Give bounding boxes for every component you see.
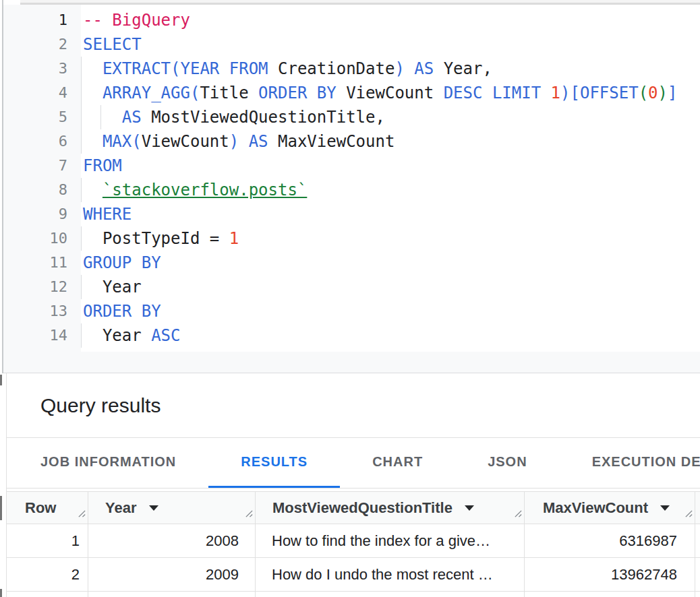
cell-max-view-count: 13962748 bbox=[525, 558, 695, 592]
code-token: Year bbox=[83, 278, 142, 296]
code-line[interactable]: 13ORDER BY bbox=[3, 299, 700, 323]
code-line[interactable]: 8 `stackoverflow.posts` bbox=[3, 178, 700, 202]
code-line[interactable]: 9WHERE bbox=[3, 202, 700, 226]
code-line[interactable]: 3 EXTRACT(YEAR FROM CreationDate) AS Yea… bbox=[3, 57, 700, 81]
code-line[interactable]: 12 Year bbox=[3, 275, 700, 299]
code-token bbox=[83, 108, 122, 127]
code-text: WHERE bbox=[81, 202, 132, 226]
code-token: ViewCount bbox=[346, 84, 444, 102]
code-text: `stackoverflow.posts` bbox=[81, 178, 307, 202]
column-resize-grip-icon[interactable] bbox=[684, 505, 693, 522]
column-header-inner: MostViewedQuestionTitle bbox=[256, 499, 523, 517]
scrollbar-thumb[interactable] bbox=[0, 496, 2, 520]
tab-chart[interactable]: CHART bbox=[340, 438, 455, 488]
tab-execution-details[interactable]: EXECUTION DETAILS bbox=[560, 438, 700, 488]
code-token: CreationDate bbox=[278, 59, 395, 78]
column-resize-grip-icon[interactable] bbox=[245, 505, 254, 522]
code-token bbox=[83, 132, 103, 151]
cell-filler bbox=[695, 524, 700, 558]
code-line[interactable]: 5 AS MostViewedQuestionTitle, bbox=[3, 105, 700, 129]
code-lines: 1-- BigQuery2SELECT3 EXTRACT(YEAR FROM C… bbox=[3, 8, 700, 348]
indent-guide bbox=[81, 178, 82, 202]
code-token: ViewCount bbox=[142, 132, 229, 151]
line-number: 12 bbox=[3, 275, 81, 299]
code-line[interactable]: 1-- BigQuery bbox=[3, 8, 700, 32]
code-token: ARRAY_AGG( bbox=[103, 84, 200, 102]
code-text: ARRAY_AGG(Title ORDER BY ViewCount DESC … bbox=[81, 81, 677, 105]
code-token: AS bbox=[122, 108, 151, 127]
tab-job-information[interactable]: JOB INFORMATION bbox=[8, 438, 208, 488]
line-number: 8 bbox=[3, 178, 81, 202]
cell-filler bbox=[695, 592, 700, 597]
column-header-label: Year bbox=[105, 499, 137, 517]
results-tabs: JOB INFORMATIONRESULTSCHARTJSONEXECUTION… bbox=[7, 438, 700, 488]
line-number: 3 bbox=[3, 57, 81, 81]
code-line[interactable]: 2SELECT bbox=[3, 32, 700, 57]
column-header-label: MostViewedQuestionTitle bbox=[272, 499, 453, 517]
scrollbar-thumb[interactable] bbox=[0, 375, 2, 385]
code-line[interactable]: 11GROUP BY bbox=[3, 251, 700, 275]
code-token: -- BigQuery bbox=[83, 11, 190, 30]
line-number: 2 bbox=[3, 32, 81, 57]
column-header-filler[interactable] bbox=[695, 492, 700, 524]
cell-row-number: 2 bbox=[7, 558, 88, 592]
code-line[interactable]: 10 PostTypeId = 1 bbox=[3, 226, 700, 251]
column-header-year[interactable]: Year bbox=[88, 492, 256, 524]
code-text: FROM bbox=[81, 154, 122, 178]
column-header-inner: Row bbox=[7, 499, 87, 517]
code-token: ASC bbox=[151, 326, 180, 345]
query-results-title: Query results bbox=[40, 394, 161, 417]
code-text: PostTypeId = 1 bbox=[81, 226, 239, 251]
editor-bottom-filler bbox=[3, 352, 700, 373]
code-token bbox=[83, 84, 103, 102]
cell-filler bbox=[695, 558, 700, 592]
sql-editor[interactable]: 1-- BigQuery2SELECT3 EXTRACT(YEAR FROM C… bbox=[3, 5, 700, 352]
scrollbar-thumb[interactable] bbox=[0, 589, 2, 597]
code-line[interactable]: 14 Year ASC bbox=[3, 323, 700, 348]
line-number: 13 bbox=[3, 299, 81, 323]
results-tabbar: JOB INFORMATIONRESULTSCHARTJSONEXECUTION… bbox=[7, 438, 700, 489]
code-token: Title bbox=[200, 84, 258, 102]
code-text: GROUP BY bbox=[81, 251, 161, 275]
indent-guide bbox=[81, 323, 82, 348]
code-text: EXTRACT(YEAR FROM CreationDate) AS Year, bbox=[81, 57, 492, 81]
code-token: FROM bbox=[83, 156, 122, 175]
line-number: 4 bbox=[3, 81, 81, 105]
cell-max-view-count: 6316987 bbox=[525, 524, 695, 558]
code-line[interactable]: 4 ARRAY_AGG(Title ORDER BY ViewCount DES… bbox=[3, 81, 700, 105]
code-token: ] bbox=[668, 84, 677, 102]
column-header-mostviewedquestiontitle[interactable]: MostViewedQuestionTitle bbox=[256, 492, 525, 524]
cell-filler bbox=[7, 592, 88, 597]
code-token: WHERE bbox=[83, 205, 132, 224]
code-token: MostViewedQuestionTitle, bbox=[151, 108, 385, 127]
line-number: 9 bbox=[3, 202, 81, 226]
code-text: Year ASC bbox=[81, 323, 181, 348]
code-line[interactable]: 6 MAX(ViewCount) AS MaxViewCount bbox=[3, 129, 700, 154]
column-header-label: MaxViewCount bbox=[543, 499, 648, 517]
code-token: MAX( bbox=[103, 132, 142, 151]
column-resize-grip-icon[interactable] bbox=[514, 505, 523, 522]
cell-filler bbox=[256, 592, 525, 597]
indent-guide bbox=[81, 275, 82, 299]
indent-guide bbox=[100, 105, 101, 129]
column-header-maxviewcount[interactable]: MaxViewCount bbox=[525, 492, 695, 524]
code-token: YEAR FROM bbox=[181, 59, 279, 78]
tab-json[interactable]: JSON bbox=[455, 438, 559, 488]
code-token: ) AS bbox=[229, 132, 278, 151]
table-reference-link[interactable]: `stackoverflow.posts` bbox=[103, 181, 307, 199]
code-token: ) AS bbox=[395, 59, 443, 78]
code-line[interactable]: 7FROM bbox=[3, 154, 700, 178]
results-table: RowYearMostViewedQuestionTitleMaxViewCou… bbox=[6, 491, 700, 597]
column-menu-icon[interactable] bbox=[465, 505, 474, 511]
code-token: )[OFFSET bbox=[560, 84, 639, 102]
indent-guide bbox=[81, 105, 82, 129]
column-menu-icon[interactable] bbox=[660, 505, 670, 511]
column-resize-grip-icon[interactable] bbox=[78, 505, 86, 522]
column-menu-icon[interactable] bbox=[149, 505, 158, 511]
column-header-row[interactable]: Row bbox=[7, 492, 88, 524]
indent-guide bbox=[81, 226, 82, 251]
tab-results[interactable]: RESULTS bbox=[208, 438, 340, 488]
cell-question-title: How to find the index for a give… bbox=[256, 524, 525, 558]
column-header-inner: Year bbox=[89, 499, 254, 517]
table-row: 22009How do I undo the most recent …1396… bbox=[7, 558, 700, 592]
